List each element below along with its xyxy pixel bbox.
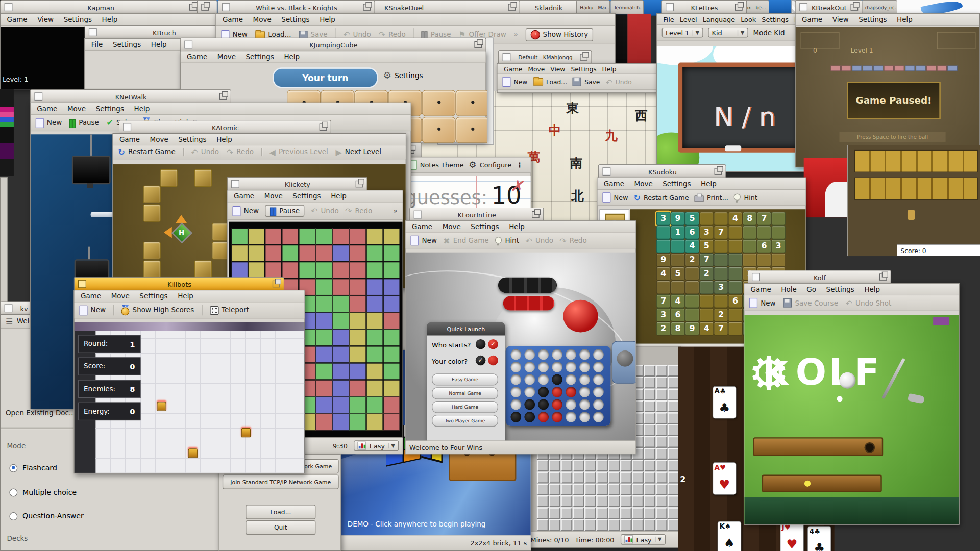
connect4-hole[interactable] [579, 349, 590, 360]
mode-radio-question[interactable]: Question-Answer [9, 512, 83, 520]
show-history-button[interactable]: Show History [525, 28, 593, 41]
mine-cell[interactable] [644, 471, 655, 483]
klickety-block[interactable] [332, 279, 349, 295]
undo-shot-button[interactable]: ↶Undo Shot [846, 299, 892, 307]
klickety-block[interactable] [315, 295, 332, 312]
redo-button[interactable]: ↷Redo [559, 236, 586, 244]
klickety-block[interactable] [248, 228, 265, 245]
connect4-hole[interactable] [579, 362, 590, 372]
kapman-menubar[interactable]: GameViewSettingsHelp [1, 14, 218, 26]
sudoku-cell[interactable]: 6 [685, 226, 699, 239]
connect4-hole[interactable] [524, 362, 535, 372]
connect4-hole[interactable] [566, 349, 576, 360]
klickety-block[interactable] [383, 262, 400, 279]
sudoku-cell[interactable] [728, 267, 743, 281]
menu-item[interactable]: Settings [246, 53, 274, 61]
playing-card[interactable]: J♥♥ [780, 522, 804, 551]
mine-cell[interactable] [655, 377, 667, 388]
mine-cell[interactable] [620, 484, 632, 495]
menu-item[interactable]: Settings [859, 16, 887, 24]
mine-cell[interactable] [668, 436, 679, 448]
sudoku-cell[interactable] [656, 226, 671, 239]
sudoku-cell[interactable]: 4 [699, 322, 714, 336]
kmahjongg-menubar[interactable]: GameMoveViewSettingsHelp [498, 64, 668, 74]
mine-cell[interactable] [644, 495, 655, 507]
sudoku-cell[interactable] [714, 294, 728, 308]
sudoku-cell[interactable] [743, 239, 757, 253]
sudoku-cell[interactable] [743, 226, 757, 239]
mine-cell[interactable] [584, 507, 596, 519]
kbreakout-menubar[interactable]: GameViewSettingsHelp [796, 14, 979, 26]
menu-item[interactable]: Move [443, 223, 461, 231]
mine-cell[interactable] [537, 460, 549, 471]
who-black-option[interactable] [476, 339, 486, 349]
sudoku-cell[interactable] [656, 239, 671, 253]
sudoku-cell[interactable]: 9 [671, 212, 685, 226]
mine-cell[interactable] [584, 495, 596, 507]
restart-button[interactable]: ↻Restart Game [634, 193, 689, 202]
mine-cell[interactable] [655, 412, 667, 424]
klickety-block[interactable] [282, 245, 299, 262]
klickety-block[interactable] [332, 329, 349, 346]
menu-item[interactable]: Game [604, 180, 624, 188]
new-button[interactable]: New [749, 298, 775, 308]
klickety-block[interactable] [349, 380, 366, 396]
klickety-block[interactable] [315, 262, 332, 279]
restart-button[interactable]: ↻Restart Game [118, 148, 175, 156]
klickety-block[interactable] [282, 228, 299, 245]
menu-item[interactable]: View [550, 66, 565, 72]
sudoku-cell[interactable] [714, 212, 728, 226]
undo-button[interactable]: ↶Undo [311, 207, 339, 215]
klickety-block[interactable] [349, 397, 366, 414]
klickety-block[interactable] [383, 346, 400, 363]
menu-item[interactable]: View [832, 16, 849, 24]
mine-cell[interactable] [668, 389, 679, 400]
jumpingcube-die[interactable] [456, 90, 487, 116]
menu-item[interactable]: Help [216, 136, 232, 144]
new-button[interactable]: New [233, 206, 259, 216]
connect4-hole[interactable] [524, 387, 535, 397]
klickety-block[interactable] [383, 397, 400, 414]
mine-cell[interactable] [573, 507, 584, 519]
klickety-block[interactable] [349, 346, 366, 363]
connect4-hole[interactable] [538, 349, 549, 360]
tab-haiku[interactable]: Haiku - Mai... [576, 0, 610, 14]
color-black-option[interactable]: ✓ [476, 356, 486, 366]
sudoku-cell[interactable]: 2 [699, 267, 714, 281]
klickety-block[interactable] [349, 363, 366, 380]
quit-button[interactable]: Quit [246, 520, 315, 535]
sudoku-cell[interactable] [714, 253, 728, 267]
undo-button[interactable]: ↶Undo [525, 236, 553, 244]
mine-cell[interactable] [668, 519, 679, 531]
menu-item[interactable]: Help [134, 105, 150, 113]
klickety-block[interactable] [248, 245, 265, 262]
klickety-block[interactable] [332, 262, 349, 279]
sudoku-cell[interactable]: 7 [757, 212, 771, 226]
mine-cell[interactable] [549, 507, 560, 519]
mine-cell[interactable] [644, 412, 655, 424]
katomic-titlebar[interactable]: KAtomic [119, 120, 331, 134]
window-fragment-tab[interactable] [197, 0, 217, 14]
menu-item[interactable]: Level [680, 16, 697, 23]
klickety-block[interactable] [332, 245, 349, 262]
mine-cell[interactable] [549, 484, 560, 495]
sudoku-cell[interactable] [728, 322, 743, 336]
connect4-hole[interactable] [593, 387, 604, 397]
connect4-hole[interactable] [593, 362, 604, 372]
menu-item[interactable]: File [663, 16, 674, 23]
restore-icon[interactable] [508, 4, 516, 10]
restore-icon[interactable] [879, 273, 887, 280]
klickety-block[interactable] [349, 414, 366, 431]
sudoku-cell[interactable] [728, 226, 743, 239]
klickety-block[interactable] [315, 380, 332, 396]
sudoku-cell[interactable]: 5 [685, 212, 699, 226]
mode-radio-multiple[interactable]: Multiple choice [9, 488, 77, 496]
restore-icon[interactable] [201, 4, 209, 10]
menu-item[interactable]: Game [119, 136, 140, 144]
mine-cell[interactable] [644, 448, 655, 460]
sudoku-cell[interactable]: 7 [656, 294, 671, 308]
kfourinline-menubar[interactable]: GameMoveSettingsHelp [406, 221, 636, 233]
jumpingcube-die[interactable] [422, 90, 456, 116]
knetwalk-titlebar[interactable]: KNetWalk [30, 89, 231, 103]
mine-cell[interactable] [644, 424, 655, 436]
